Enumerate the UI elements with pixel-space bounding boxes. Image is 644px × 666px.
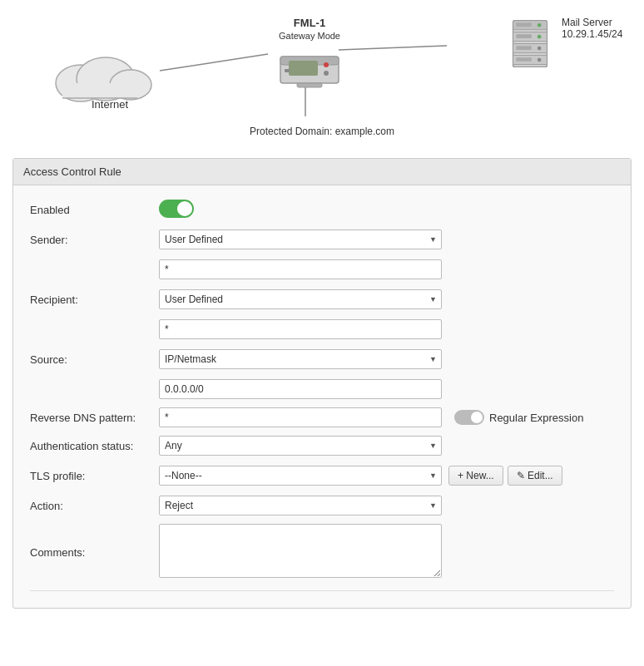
- recipient-type-row: Recipient: User Defined LDAP Group Email…: [30, 288, 614, 311]
- reverse-dns-row: Reverse DNS pattern: Regular Expression: [30, 407, 614, 427]
- svg-rect-20: [516, 22, 532, 27]
- comments-row: Comments:: [30, 524, 614, 580]
- mail-server: Mail Server 10.29.1.45/24: [505, 17, 605, 73]
- comments-textarea[interactable]: [159, 524, 442, 578]
- action-label: Action:: [30, 500, 159, 512]
- mail-server-label: Mail Server 10.29.1.45/24: [562, 17, 622, 40]
- svg-rect-22: [516, 46, 532, 50]
- reverse-dns-label: Reverse DNS pattern:: [30, 412, 159, 424]
- source-value-input[interactable]: [159, 379, 442, 399]
- fml-device-mode: Gateway Mode: [264, 31, 355, 41]
- sender-label: Sender:: [30, 234, 159, 246]
- svg-point-27: [537, 58, 542, 62]
- svg-rect-23: [516, 57, 532, 62]
- svg-point-24: [537, 23, 542, 27]
- svg-rect-10: [289, 61, 318, 76]
- network-diagram: Internet FML-1 Gateway Mode: [0, 0, 644, 150]
- sender-value-row: [30, 258, 614, 281]
- regex-toggle-row: Regular Expression: [454, 410, 583, 425]
- action-select[interactable]: Reject Accept Discard: [159, 496, 442, 516]
- sender-type-row: Sender: User Defined LDAP Group Email Gr…: [30, 228, 614, 251]
- auth-status-select[interactable]: Any Authenticated Unauthenticated: [159, 436, 442, 456]
- svg-rect-14: [285, 69, 290, 72]
- regex-toggle-switch[interactable]: [454, 410, 484, 425]
- svg-line-0: [160, 54, 268, 71]
- comments-label: Comments:: [30, 546, 159, 559]
- form-divider: [30, 590, 614, 591]
- internet-label: Internet: [56, 98, 164, 111]
- svg-point-11: [324, 62, 329, 67]
- auth-status-row: Authentication status: Any Authenticated…: [30, 434, 614, 457]
- tls-profile-select[interactable]: --None-- Profile1 Profile2: [159, 466, 442, 486]
- regex-label: Regular Expression: [489, 412, 583, 424]
- tls-new-button[interactable]: + New...: [448, 466, 503, 486]
- svg-rect-13: [297, 83, 322, 87]
- internet-cloud: Internet: [47, 42, 156, 104]
- recipient-value-input[interactable]: [159, 319, 442, 339]
- tls-profile-row: TLS profile: --None-- Profile1 Profile2 …: [30, 464, 614, 487]
- reverse-dns-input[interactable]: [159, 407, 442, 427]
- source-value-row: [30, 377, 614, 401]
- fml-device: FML-1 Gateway Mode: [264, 17, 355, 90]
- access-control-panel: Access Control Rule Enabled Sender: User…: [12, 158, 632, 609]
- recipient-value-row: [30, 318, 614, 341]
- tls-edit-button[interactable]: ✎ Edit...: [508, 466, 562, 486]
- svg-point-26: [537, 47, 542, 51]
- sender-value-input[interactable]: [159, 259, 442, 279]
- tls-buttons-group: + New... ✎ Edit...: [448, 466, 562, 486]
- sender-type-control: User Defined LDAP Group Email Group Any: [159, 229, 442, 249]
- sender-type-select[interactable]: User Defined LDAP Group Email Group Any: [159, 229, 442, 249]
- source-type-select[interactable]: IP/Netmask IP Range GeoIP Any: [159, 349, 442, 369]
- panel-title: Access Control Rule: [13, 159, 631, 185]
- action-row: Action: Reject Accept Discard: [30, 494, 614, 517]
- enabled-label: Enabled: [30, 204, 159, 216]
- enabled-toggle[interactable]: [159, 200, 194, 220]
- enabled-row: Enabled: [30, 198, 614, 221]
- recipient-type-select[interactable]: User Defined LDAP Group Email Group Any: [159, 289, 442, 309]
- auth-status-label: Authentication status:: [30, 440, 159, 452]
- protected-domain-label: Protected Domain: example.com: [250, 126, 394, 137]
- fml-device-name: FML-1: [264, 17, 355, 29]
- svg-rect-21: [516, 34, 532, 38]
- source-type-row: Source: IP/Netmask IP Range GeoIP Any: [30, 348, 614, 371]
- svg-rect-6: [62, 83, 137, 98]
- svg-point-25: [537, 35, 542, 39]
- source-label: Source:: [30, 353, 159, 366]
- tls-profile-label: TLS profile:: [30, 470, 159, 482]
- svg-point-12: [324, 71, 329, 76]
- recipient-label: Recipient:: [30, 294, 159, 306]
